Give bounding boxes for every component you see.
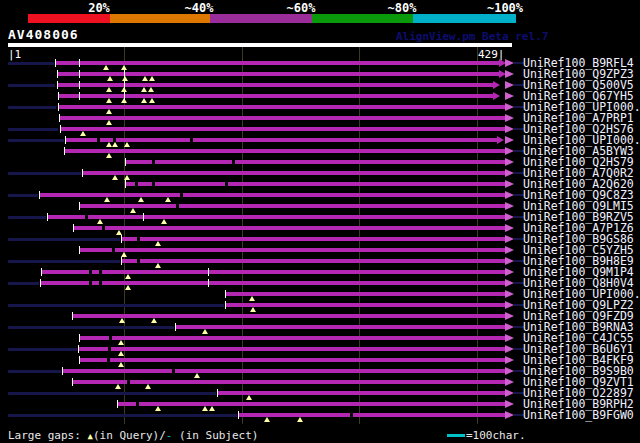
start-tick — [78, 345, 79, 353]
bar-end-arrow-icon — [493, 81, 500, 89]
start-tick — [217, 389, 218, 397]
start-tick — [47, 213, 48, 221]
subject-end-arrow-icon — [505, 290, 514, 298]
query-gap-triangle-icon — [141, 87, 147, 92]
subject-end-arrow-icon — [505, 268, 514, 276]
alignment-bar[interactable] — [41, 281, 505, 285]
alignment-bar[interactable] — [58, 105, 505, 109]
query-gap-triangle-icon — [141, 98, 147, 103]
start-tick — [117, 400, 118, 408]
alignment-bar[interactable] — [74, 226, 505, 230]
query-gap-triangle-icon — [122, 76, 128, 81]
query-gap-triangle-icon — [103, 65, 109, 70]
alignment-bar[interactable] — [73, 314, 505, 318]
start-tick — [79, 92, 80, 100]
alignment-bar[interactable] — [63, 369, 505, 373]
alignment-bar[interactable] — [79, 347, 505, 351]
start-tick — [58, 92, 59, 100]
subject-gap-dash — [152, 182, 155, 186]
start-tick — [60, 125, 61, 133]
alignment-bar[interactable] — [83, 171, 505, 175]
subject-gap-dash — [99, 281, 102, 285]
query-gap-triangle-icon — [125, 274, 131, 279]
alignment-bar[interactable] — [126, 182, 505, 186]
subject-end-arrow-icon — [505, 279, 514, 287]
query-gap-triangle-icon — [142, 76, 148, 81]
query-gap-triangle-icon — [124, 142, 130, 147]
alignment-bar[interactable] — [122, 237, 505, 241]
scale-label-60: ~60% — [287, 1, 316, 15]
query-gap-triangle-icon — [107, 76, 113, 81]
subject-end-arrow-icon — [505, 114, 514, 122]
query-gap-triangle-icon — [106, 87, 112, 92]
start-tick — [79, 246, 80, 254]
alignment-bar[interactable] — [122, 259, 505, 263]
start-tick — [79, 202, 80, 210]
alignment-bar[interactable] — [66, 138, 497, 142]
start-tick — [59, 114, 60, 122]
alignment-bar[interactable] — [218, 391, 505, 395]
alignment-bar[interactable] — [73, 380, 505, 384]
subject-overhang-left — [8, 84, 55, 87]
alignment-bar[interactable] — [42, 270, 505, 274]
alignment-bar[interactable] — [60, 127, 505, 131]
subject-overhang-left — [8, 282, 39, 285]
alignment-bar[interactable] — [80, 204, 505, 208]
query-gap-triangle-icon — [202, 329, 208, 334]
start-tick — [57, 70, 58, 78]
subject-gap-dash — [180, 193, 183, 197]
alignment-bar[interactable] — [59, 116, 505, 120]
subject-end-arrow-icon — [505, 400, 514, 408]
alignment-bar[interactable] — [65, 149, 505, 153]
query-gap-triangle-icon — [118, 340, 124, 345]
subject-overhang-left — [8, 392, 216, 395]
query-gap-triangle-icon — [130, 208, 136, 213]
subject-overhang-left — [8, 238, 120, 241]
start-tick — [208, 279, 209, 287]
query-gap-triangle-icon — [80, 131, 86, 136]
query-gap-triangle-icon — [106, 109, 112, 114]
subject-end-arrow-icon — [505, 345, 514, 353]
alignment-bar[interactable] — [48, 215, 505, 219]
start-tick — [225, 290, 226, 298]
scale-segment-60 — [210, 14, 312, 23]
subject-end-arrow-icon — [505, 180, 514, 188]
subject-gap-dash — [89, 281, 92, 285]
subject-label[interactable]: UniRef100_B9FGW0 — [523, 410, 634, 421]
start-tick — [79, 59, 80, 67]
start-tick — [79, 81, 80, 89]
subject-gap-dash — [107, 358, 110, 362]
subject-end-arrow-icon — [505, 411, 514, 419]
subject-end-arrow-icon — [505, 334, 514, 342]
query-gap-triangle-icon — [118, 351, 124, 356]
alignment-bar[interactable] — [80, 248, 505, 252]
alignment-bar[interactable] — [126, 160, 505, 164]
scale-segment-80 — [312, 14, 413, 23]
alignment-bar[interactable] — [80, 358, 505, 362]
gap-legend-prefix: Large gaps: — [8, 429, 87, 442]
subject-gap-dash — [176, 204, 179, 208]
alignment-bar[interactable] — [80, 336, 505, 340]
alignment-bar[interactable] — [226, 303, 505, 307]
subject-overhang-left — [8, 62, 54, 65]
subject-overhang-left — [8, 326, 174, 329]
query-id-label: AV408006 — [8, 27, 79, 42]
alignment-bar[interactable] — [226, 292, 505, 296]
gap-legend-query-text: (in Query)/ — [93, 429, 166, 442]
subject-gap-dash — [89, 270, 92, 274]
start-tick — [208, 268, 209, 276]
query-gap-triangle-icon — [106, 98, 112, 103]
alignment-bar[interactable] — [118, 402, 505, 406]
subject-gap-dash — [97, 138, 100, 142]
bar-end-arrow-icon — [493, 92, 500, 100]
ruler-start-label: |1 — [8, 48, 21, 61]
gap-legend-subject-text: (in Subject) — [172, 429, 258, 442]
bar-end-arrow-icon — [497, 136, 504, 144]
start-tick — [82, 169, 83, 177]
start-tick — [79, 356, 80, 364]
alignment-bar[interactable] — [176, 325, 505, 329]
query-gap-triangle-icon — [151, 318, 157, 323]
subject-end-arrow-icon — [505, 367, 514, 375]
scale-label-100: ~100% — [487, 1, 523, 15]
alignment-bar[interactable] — [239, 413, 505, 417]
